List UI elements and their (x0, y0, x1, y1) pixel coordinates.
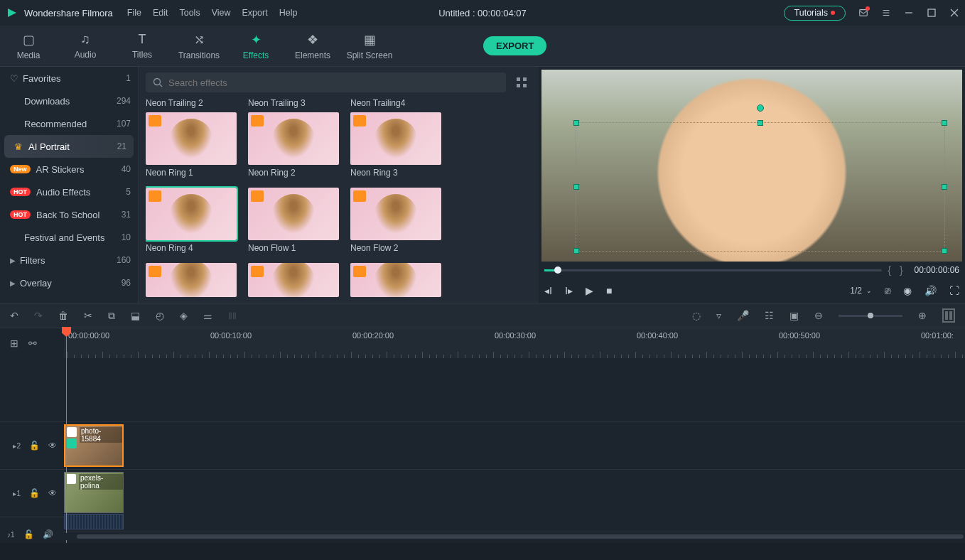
tab-effects[interactable]: ✦Effects (227, 26, 284, 66)
resize-handle[interactable] (942, 184, 947, 190)
add-track-icon[interactable]: ⊞ (10, 338, 18, 349)
eye-icon[interactable]: 👁 (48, 441, 57, 451)
mic-icon[interactable]: 🎤 (737, 310, 749, 321)
selection-box[interactable] (576, 122, 945, 252)
seek-thumb[interactable] (554, 266, 561, 274)
redo-icon[interactable]: ↷ (34, 310, 43, 321)
sidebar-item-downloads[interactable]: Downloads294 (0, 90, 138, 112)
effect-item[interactable]: Neon Flow 2 (350, 188, 441, 253)
stop-icon[interactable]: ■ (606, 285, 612, 296)
time-ruler[interactable]: 00:00:00:0000:00:10:0000:00:20:0000:00:3… (64, 328, 965, 358)
effect-thumbnail[interactable] (248, 263, 339, 297)
zoom-out-icon[interactable]: ⊖ (814, 310, 823, 321)
menu-export[interactable]: Export (242, 8, 268, 18)
playhead[interactable] (66, 328, 67, 543)
prev-frame-icon[interactable]: ◂Ⅰ (544, 285, 552, 296)
menu-tools[interactable]: Tools (179, 8, 200, 18)
effect-thumbnail[interactable] (146, 188, 237, 240)
preview-canvas[interactable] (541, 70, 962, 262)
search-input[interactable] (168, 77, 499, 88)
timer-icon[interactable]: ◴ (156, 310, 164, 321)
resize-handle[interactable] (573, 248, 579, 254)
cut-icon[interactable]: ✂ (84, 310, 92, 321)
volume-icon[interactable]: 🔊 (43, 529, 53, 539)
undo-icon[interactable]: ↶ (10, 310, 18, 321)
timeline-scrollbar[interactable] (64, 533, 965, 540)
bracket-icons[interactable]: { } (888, 264, 905, 276)
video-track-2[interactable]: photo-15884 (64, 422, 965, 470)
magnet-icon[interactable]: ⚯ (28, 338, 37, 349)
minimize-icon[interactable] (904, 8, 914, 18)
marker-icon[interactable]: ▿ (716, 310, 721, 321)
tracks-area[interactable]: photo-15884 pexels-polina (64, 358, 965, 529)
message-icon[interactable] (858, 8, 868, 18)
sidebar-item-audio-effects[interactable]: HOTAudio Effects5 (0, 181, 138, 203)
effect-thumbnail[interactable] (350, 263, 441, 297)
crop-icon[interactable]: ⧉ (108, 310, 115, 322)
sidebar-item-festival[interactable]: Festival and Events10 (0, 226, 138, 249)
effect-item[interactable]: Neon Ring 4 (146, 188, 237, 253)
effect-item[interactable]: Neon Flow 1 (248, 188, 339, 253)
volume-icon[interactable]: 🔊 (924, 285, 937, 296)
effect-item[interactable]: Neon Ring 1 (146, 112, 237, 178)
grid-view-icon[interactable] (512, 72, 532, 92)
sidebar-item-filters[interactable]: ▶Filters160 (0, 249, 138, 271)
resize-handle[interactable] (942, 248, 947, 254)
effect-item[interactable]: Neon Ring 3 (350, 112, 441, 178)
zoom-thumb[interactable] (868, 313, 873, 318)
tutorials-button[interactable]: Tutorials (784, 6, 846, 21)
next-frame-icon[interactable]: Ⅰ▸ (565, 285, 573, 296)
effect-item[interactable] (146, 263, 237, 297)
sidebar-item-ai-portrait[interactable]: ♛AI Portrait21 (4, 135, 134, 158)
menu-help[interactable]: Help (279, 8, 298, 18)
adjust-icon[interactable]: ⚌ (203, 310, 212, 321)
color-icon[interactable]: ◈ (180, 310, 188, 321)
mixer-icon[interactable]: ☷ (765, 310, 774, 321)
tab-transitions[interactable]: ⤭Transitions (171, 26, 227, 66)
seek-track[interactable] (544, 269, 882, 271)
zoom-slider[interactable] (839, 315, 902, 317)
scrollbar-thumb[interactable] (77, 534, 964, 539)
clip-video[interactable]: pexels-polina (64, 472, 124, 513)
menu-view[interactable]: View (212, 8, 231, 18)
resize-handle[interactable] (573, 120, 579, 126)
track-empty[interactable] (64, 358, 965, 422)
resize-handle[interactable] (942, 120, 947, 126)
lock-icon[interactable]: 🔓 (23, 529, 34, 539)
menu-edit[interactable]: Edit (153, 8, 168, 18)
fullscreen-icon[interactable]: ⛶ (949, 285, 959, 296)
menu-file[interactable]: File (127, 8, 141, 18)
sidebar-item-back-to-school[interactable]: HOTBack To School31 (0, 203, 138, 226)
close-icon[interactable] (949, 8, 959, 18)
tab-audio[interactable]: ♫Audio (57, 26, 114, 66)
clip-photo[interactable]: photo-15884 (64, 424, 124, 467)
effect-item[interactable] (350, 263, 441, 297)
effect-thumbnail[interactable] (248, 112, 339, 165)
preview-scale-select[interactable]: 1/2⌄ (850, 286, 872, 296)
lock-icon[interactable]: 🔓 (29, 488, 40, 498)
waveform-icon[interactable]: ⦀⦀ (228, 310, 237, 322)
tab-media[interactable]: ▢Media (0, 26, 57, 66)
eye-icon[interactable]: 👁 (48, 488, 57, 498)
effect-thumbnail[interactable] (146, 263, 237, 297)
sidebar-item-favorites[interactable]: ♡Favorites1 (0, 67, 138, 90)
play-icon[interactable]: ▶ (586, 285, 593, 296)
tab-split-screen[interactable]: ▦Split Screen (341, 26, 398, 66)
sidebar-item-recommended[interactable]: Recommended107 (0, 112, 138, 135)
tab-titles[interactable]: TTitles (114, 26, 171, 66)
resize-handle[interactable] (758, 120, 763, 126)
rotate-handle[interactable] (757, 104, 764, 112)
clip-audio-portion[interactable] (64, 514, 124, 529)
zoom-in-icon[interactable]: ⊕ (918, 310, 927, 321)
render-preview-icon[interactable] (942, 308, 955, 323)
speed-icon[interactable]: ⬓ (131, 310, 140, 321)
effect-thumbnail[interactable] (146, 112, 237, 165)
target-icon[interactable]: ◌ (692, 310, 701, 321)
keyframe-icon[interactable]: ▣ (789, 310, 799, 321)
effect-thumbnail[interactable] (248, 188, 339, 240)
effect-item[interactable] (248, 263, 339, 297)
resize-handle[interactable] (573, 184, 579, 190)
snapshot-icon[interactable]: ◉ (903, 285, 912, 296)
tab-elements[interactable]: ❖Elements (284, 26, 341, 66)
display-icon[interactable]: ⎚ (885, 285, 890, 296)
